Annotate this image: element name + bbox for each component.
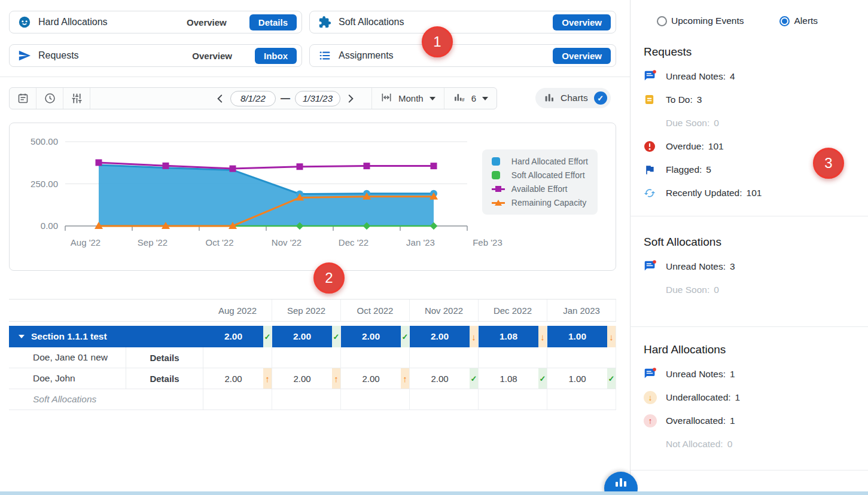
allocation-status-cell bbox=[607, 347, 616, 368]
interval-dropdown[interactable]: Month bbox=[371, 88, 444, 109]
previous-period-chevron-icon[interactable] bbox=[210, 88, 230, 109]
radio-upcoming-events[interactable]: Upcoming Events bbox=[657, 16, 744, 26]
column-width-icon bbox=[380, 91, 392, 106]
card-title: Soft Allocations bbox=[339, 17, 404, 28]
allocation-status-cell bbox=[332, 368, 341, 389]
period-count-value: 6 bbox=[471, 93, 476, 103]
radio-icon bbox=[657, 16, 667, 26]
allocation-value-cell: 2.00 bbox=[272, 368, 332, 389]
section-title: Requests bbox=[644, 45, 858, 59]
month-header: Oct 2022 bbox=[341, 300, 410, 321]
alert-unread-notes[interactable]: Unread Notes: 3 bbox=[644, 255, 858, 278]
clock-icon[interactable] bbox=[36, 88, 63, 109]
svg-text:Sep '22: Sep '22 bbox=[138, 237, 167, 248]
card-assignments: Assignments Overview bbox=[309, 44, 616, 67]
svg-text:Nov '22: Nov '22 bbox=[272, 237, 301, 248]
sidebar-tabs: Upcoming Events Alerts bbox=[657, 16, 818, 26]
period-count-dropdown[interactable]: # 6 bbox=[444, 88, 497, 109]
soft-allocations-overview-button[interactable]: Overview bbox=[553, 14, 611, 30]
svg-text:Feb '23: Feb '23 bbox=[473, 237, 502, 248]
allocation-value-cell bbox=[410, 389, 470, 410]
refresh-icon bbox=[644, 187, 659, 199]
details-link[interactable]: Details bbox=[126, 347, 203, 368]
list-icon bbox=[318, 49, 331, 62]
sidebar-section-soft-allocations: Soft Allocations Unread Notes: 3 Due Soo… bbox=[644, 236, 858, 301]
card-requests: Requests Overview Inbox bbox=[9, 44, 302, 67]
requests-overview-link[interactable]: Overview bbox=[192, 51, 232, 61]
allocation-value-cell bbox=[272, 347, 332, 368]
section-title: Hard Allocations bbox=[644, 343, 858, 356]
legend-hard-allocated: Hard Allocated Effort bbox=[492, 157, 588, 166]
alert-unread-notes[interactable]: Unread Notes: 4 bbox=[644, 65, 858, 88]
section-expander[interactable]: Section 1.1.1 test bbox=[9, 326, 203, 347]
hard-allocated-swatch-icon bbox=[492, 157, 506, 166]
requests-inbox-button[interactable]: Inbox bbox=[255, 48, 297, 64]
alert-underallocated[interactable]: ↓ Underallocated: 1 bbox=[644, 386, 858, 409]
caret-down-icon bbox=[19, 335, 25, 338]
month-header: Sep 2022 bbox=[272, 300, 341, 321]
svg-text:Oct '22: Oct '22 bbox=[205, 237, 233, 248]
legend-available-effort: Available Effort bbox=[492, 184, 588, 194]
allocation-status-cell bbox=[263, 368, 272, 389]
card-title: Requests bbox=[38, 50, 79, 61]
alert-unread-notes[interactable]: Unread Notes: 1 bbox=[644, 362, 858, 386]
alert-not-allocated: Not Allocated: 0 bbox=[644, 432, 858, 456]
overdue-exclamation-icon bbox=[644, 140, 659, 152]
calendar-icon[interactable] bbox=[10, 88, 36, 109]
alert-recently-updated[interactable]: Recently Updated: 101 bbox=[644, 181, 858, 204]
radio-alerts[interactable]: Alerts bbox=[779, 16, 818, 26]
alert-overallocated[interactable]: ↑ Overallocated: 1 bbox=[644, 409, 858, 432]
svg-text:Aug '22: Aug '22 bbox=[71, 237, 100, 248]
details-link[interactable]: Details bbox=[126, 368, 203, 389]
chat-note-icon bbox=[644, 70, 659, 82]
allocation-value-cell bbox=[547, 389, 607, 410]
start-date-input[interactable] bbox=[230, 91, 276, 106]
divider bbox=[630, 470, 868, 470]
alert-due-soon: Due Soon: 0 bbox=[644, 111, 858, 135]
chevron-down-icon bbox=[482, 97, 488, 100]
allocation-value-cell bbox=[479, 347, 538, 368]
allocation-value-cell: 1.00 bbox=[547, 326, 607, 347]
hard-allocations-overview-link[interactable]: Overview bbox=[187, 17, 227, 28]
allocation-status-cell bbox=[607, 389, 616, 410]
allocation-status-cell bbox=[607, 368, 616, 389]
allocation-value-cell bbox=[341, 347, 401, 368]
table-row-section[interactable]: Section 1.1.1 test 2.00 2.00 2.00 2.00 1… bbox=[9, 326, 616, 347]
allocation-status-cell bbox=[401, 368, 410, 389]
allocation-value-cell: 2.00 bbox=[341, 368, 401, 389]
end-date-input[interactable] bbox=[295, 91, 340, 106]
assignments-overview-button[interactable]: Overview bbox=[553, 48, 611, 64]
table-header-row: Aug 2022 Sep 2022 Oct 2022 Nov 2022 Dec … bbox=[9, 299, 616, 322]
allocation-value-cell: 2.00 bbox=[410, 368, 470, 389]
month-header: Aug 2022 bbox=[203, 300, 272, 321]
allocation-value-cell: 2.00 bbox=[272, 326, 332, 347]
annotation-badge-2: 2 bbox=[313, 262, 345, 294]
card-title: Assignments bbox=[339, 50, 394, 61]
charts-toggle[interactable]: Charts ✓ bbox=[535, 88, 611, 108]
allocation-value-cell: 2.00 bbox=[203, 326, 263, 347]
divider bbox=[630, 216, 868, 216]
hard-allocations-details-button[interactable]: Details bbox=[249, 14, 297, 30]
bar-chart-icon bbox=[616, 478, 626, 487]
table-row-group: Soft Allocations bbox=[9, 389, 616, 410]
check-circle-icon: ✓ bbox=[594, 91, 607, 105]
filter-sliders-icon[interactable] bbox=[63, 88, 90, 109]
card-hard-allocations: Hard Allocations Overview Details bbox=[9, 11, 302, 33]
resource-dashboard: Hard Allocations Overview Details Soft A… bbox=[0, 0, 868, 495]
next-period-chevron-icon[interactable] bbox=[340, 88, 361, 109]
alert-due-soon: Due Soon: 0 bbox=[644, 278, 858, 301]
allocation-status-cell bbox=[470, 326, 479, 347]
alert-to-do[interactable]: To Do: 3 bbox=[644, 88, 858, 111]
card-title: Hard Allocations bbox=[38, 17, 108, 28]
allocation-value-cell bbox=[410, 347, 470, 368]
allocation-value-cell bbox=[203, 347, 263, 368]
allocation-status-cell bbox=[263, 347, 272, 368]
soft-allocated-swatch-icon bbox=[492, 171, 506, 179]
interval-value: Month bbox=[398, 93, 424, 103]
allocation-value-cell: 2.00 bbox=[203, 368, 263, 389]
allocation-status-cell bbox=[332, 389, 341, 410]
divider bbox=[0, 77, 630, 77]
allocation-status-cell bbox=[263, 326, 272, 347]
allocation-status-cell bbox=[607, 326, 616, 347]
down-arrow-circle-icon: ↓ bbox=[644, 391, 659, 404]
